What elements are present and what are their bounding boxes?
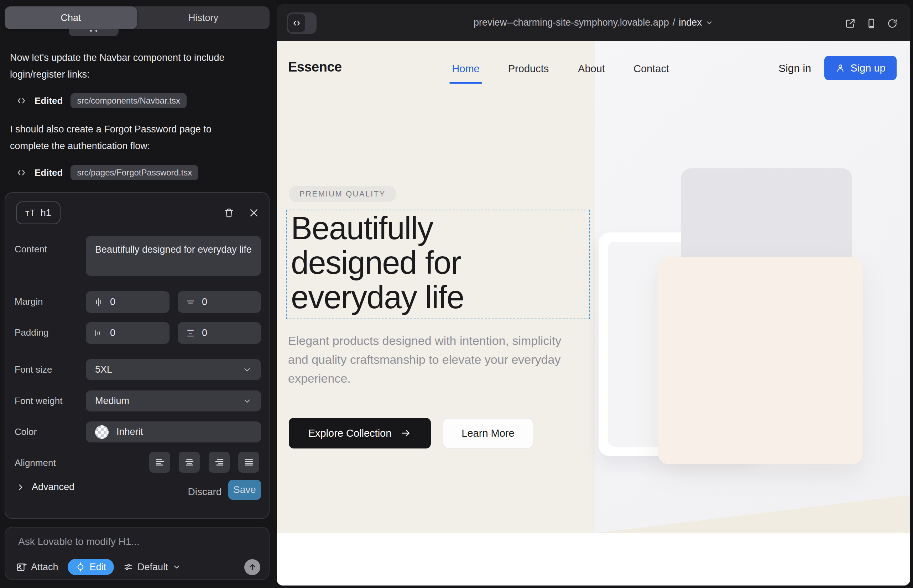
tab-chat[interactable]: Chat [5, 6, 137, 29]
mobile-view-button[interactable] [865, 17, 878, 30]
edited-label: Edited [34, 167, 63, 178]
padding-y-value: 0 [202, 328, 207, 339]
advanced-expander[interactable]: Advanced [16, 481, 74, 493]
scrolled-chip-peek [69, 29, 118, 36]
explore-label: Explore Collection [308, 428, 392, 439]
padding-y-input[interactable]: 0 [178, 322, 261, 344]
advanced-label: Advanced [32, 481, 74, 493]
transparent-swatch-icon [95, 425, 108, 439]
code-icon [288, 14, 305, 32]
content-input[interactable]: Beautifully designed for everyday life [86, 236, 261, 276]
open-external-button[interactable] [844, 17, 857, 30]
site-brand[interactable]: Essence [288, 60, 342, 75]
font-weight-value: Medium [95, 396, 129, 407]
default-mode-dropdown[interactable]: Default [123, 562, 181, 573]
color-label: Color [15, 426, 37, 438]
chat-composer: Ask Lovable to modify H1... Attach Edit … [5, 527, 270, 580]
composer-input[interactable]: Ask Lovable to modify H1... [18, 536, 139, 548]
align-justify-button[interactable] [238, 452, 259, 473]
attach-image-icon [16, 562, 27, 572]
discard-button[interactable]: Discard [183, 481, 226, 502]
url-bar[interactable]: preview--charming-site-symphony.lovable.… [277, 4, 910, 41]
file-chip[interactable]: src/pages/ForgotPassword.tsx [71, 165, 198, 180]
url-separator: / [673, 17, 675, 28]
phone-icon [866, 18, 877, 29]
chat-message: Now let's update the Navbar component to… [10, 50, 252, 83]
element-tag: h1 [40, 207, 51, 218]
url-path[interactable]: index [679, 17, 702, 28]
headline-line: Beautifully [291, 211, 464, 246]
edit-label: Edit [90, 562, 107, 573]
typography-icon: тT [25, 208, 36, 218]
nav-active-underline [449, 82, 482, 84]
refresh-icon [887, 18, 898, 29]
sliders-icon [123, 562, 133, 572]
margin-y-input[interactable]: 0 [178, 291, 261, 313]
nav-link-contact[interactable]: Contact [633, 63, 669, 75]
next-section-strip [277, 533, 910, 585]
send-button[interactable] [244, 559, 260, 575]
chevron-down-icon [706, 19, 713, 27]
padding-vertical-icon [186, 328, 196, 338]
code-view-toggle[interactable] [287, 13, 317, 34]
margin-vertical-icon [186, 297, 196, 307]
decorative-card-beige [658, 257, 863, 464]
hero-headline[interactable]: Beautifully designed for everyday life [291, 211, 464, 315]
lovable-sidebar: Chat History Now let's update the Navbar… [0, 0, 277, 588]
code-icon [16, 167, 27, 178]
padding-x-value: 0 [110, 328, 115, 339]
file-chip[interactable]: src/components/Navbar.tsx [71, 93, 186, 108]
font-size-value: 5XL [95, 364, 112, 375]
chevron-down-icon [172, 563, 181, 571]
chevron-down-icon [243, 396, 252, 406]
margin-y-value: 0 [202, 297, 207, 307]
learn-more-button[interactable]: Learn More [443, 418, 533, 449]
margin-x-input[interactable]: 0 [86, 291, 170, 313]
tab-history[interactable]: History [137, 6, 270, 29]
arrow-up-icon [248, 562, 257, 572]
align-left-button[interactable] [149, 452, 170, 473]
nav-link-about[interactable]: About [578, 63, 605, 75]
selected-element-badge: тT h1 [16, 202, 60, 224]
headline-line: designed for [291, 246, 464, 280]
font-weight-label: Font weight [15, 396, 62, 407]
nav-link-products[interactable]: Products [508, 63, 549, 75]
refresh-button[interactable] [886, 17, 899, 30]
attach-button[interactable]: Attach [16, 562, 58, 573]
element-editor-panel: тT h1 Content Beautifully designed for e… [5, 192, 270, 519]
padding-horizontal-icon [94, 328, 104, 338]
browser-chrome: preview--charming-site-symphony.lovable.… [277, 4, 910, 41]
save-button[interactable]: Save [228, 480, 261, 500]
color-value: Inherit [117, 426, 143, 438]
content-label: Content [15, 244, 47, 255]
explore-collection-button[interactable]: Explore Collection [289, 418, 431, 449]
headline-line: everyday life [291, 280, 464, 315]
chat-message: I should also create a Forgot Password p… [10, 121, 252, 155]
external-link-icon [845, 18, 856, 29]
attach-label: Attach [31, 562, 58, 573]
close-icon[interactable] [247, 206, 261, 220]
color-select[interactable]: Inherit [86, 422, 261, 443]
align-center-button[interactable] [179, 452, 200, 473]
sign-up-button[interactable]: Sign up [824, 56, 897, 80]
app-window: Chat History Now let's update the Navbar… [0, 0, 913, 588]
default-label: Default [138, 562, 168, 573]
align-right-button[interactable] [209, 452, 230, 473]
nav-link-home[interactable]: Home [452, 63, 479, 75]
padding-x-input[interactable]: 0 [86, 322, 170, 344]
sign-up-label: Sign up [850, 62, 885, 74]
edited-label: Edited [34, 95, 63, 107]
margin-label: Margin [15, 296, 43, 307]
margin-horizontal-icon [94, 297, 104, 307]
edited-file-row: Edited src/components/Navbar.tsx [16, 92, 186, 110]
code-icon [16, 95, 27, 106]
delete-element-button[interactable] [222, 206, 236, 220]
font-size-select[interactable]: 5XL [86, 359, 261, 380]
alignment-label: Alignment [15, 457, 56, 468]
composer-toolbar: Attach Edit Default [16, 559, 260, 575]
sign-in-link[interactable]: Sign in [768, 62, 821, 74]
edit-mode-button[interactable]: Edit [68, 559, 114, 575]
font-weight-select[interactable]: Medium [86, 391, 261, 412]
preview-window: preview--charming-site-symphony.lovable.… [277, 4, 910, 585]
font-size-label: Font size [15, 364, 52, 375]
